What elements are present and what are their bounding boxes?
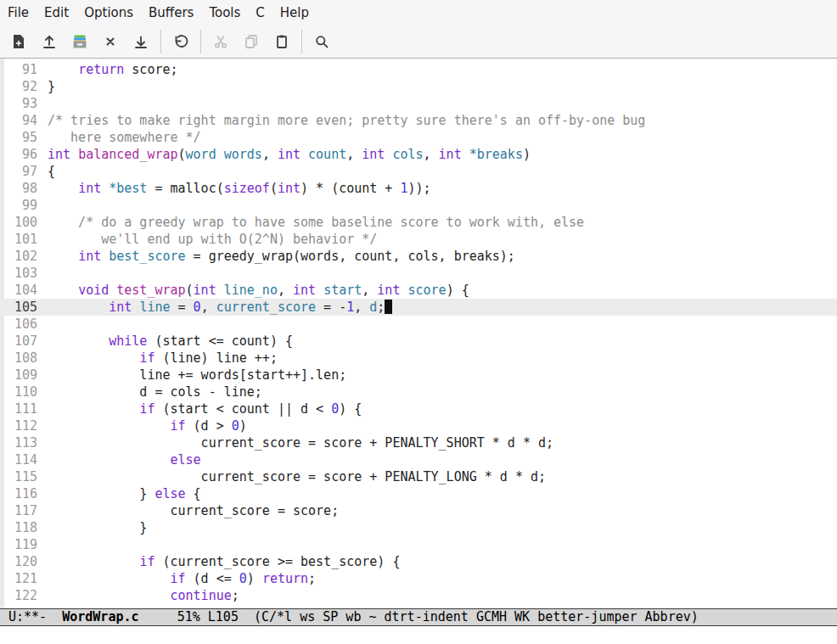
line-number: 103 — [0, 265, 37, 282]
code-line[interactable]: 97{ — [0, 163, 837, 180]
code-line[interactable]: 114 else — [0, 451, 837, 468]
cut-icon — [212, 33, 229, 50]
code-text: void test_wrap(int line_no, int start, i… — [37, 282, 469, 299]
toolbar-separator — [301, 30, 302, 53]
editor-buffer[interactable]: 91 return score;92}9394/* tries to make … — [0, 59, 837, 608]
copy-icon — [243, 33, 260, 50]
code-line[interactable]: 105 int line = 0, current_score = -1, d; — [0, 299, 837, 316]
code-text — [37, 536, 48, 553]
paste-button[interactable] — [267, 29, 297, 54]
code-text: current_score = score + PENALTY_SHORT * … — [37, 434, 553, 451]
code-text: if (d > 0) — [37, 417, 247, 434]
code-line[interactable]: 108 if (line) line ++; — [0, 350, 837, 367]
code-text: continue; — [37, 587, 239, 604]
text-cursor — [385, 300, 392, 314]
code-line[interactable]: 94/* tries to make right margin more eve… — [0, 112, 837, 129]
code-line[interactable]: 100 /* do a greedy wrap to have some bas… — [0, 214, 837, 231]
line-number: 119 — [0, 536, 37, 553]
menu-item-buffers[interactable]: Buffers — [141, 2, 201, 24]
code-text: int balanced_wrap(word words, int count,… — [37, 146, 531, 163]
code-text — [37, 265, 48, 282]
paste-icon — [273, 33, 290, 50]
close-buffer-button[interactable] — [95, 29, 126, 54]
line-number: 95 — [0, 129, 37, 146]
code-line[interactable]: 107 while (start <= count) { — [0, 333, 837, 350]
line-number: 113 — [0, 434, 37, 451]
line-number: 100 — [0, 214, 37, 231]
menu-item-help[interactable]: Help — [272, 2, 317, 24]
menu-item-file[interactable]: File — [0, 2, 37, 24]
code-text: return score; — [37, 61, 178, 78]
cut-button — [205, 29, 236, 54]
code-text: here somewhere */ — [37, 129, 201, 146]
code-text: { — [37, 163, 55, 180]
code-line[interactable]: 101 we'll end up with O(2^N) behavior */ — [0, 231, 837, 248]
undo-icon — [172, 33, 189, 50]
save-buffer-button[interactable] — [126, 29, 156, 54]
undo-button[interactable] — [166, 29, 196, 54]
menu-item-options[interactable]: Options — [76, 2, 141, 24]
code-text: int line = 0, current_score = -1, d; — [37, 299, 392, 316]
code-line[interactable]: 102 int best_score = greedy_wrap(words, … — [0, 248, 837, 265]
code-line[interactable]: 112 if (d > 0) — [0, 417, 837, 434]
code-line[interactable]: 111 if (start < count || d < 0) { — [0, 400, 837, 417]
code-line[interactable]: 104 void test_wrap(int line_no, int star… — [0, 282, 837, 299]
line-number: 108 — [0, 350, 37, 367]
code-line[interactable]: 118 } — [0, 519, 837, 536]
line-number: 104 — [0, 282, 37, 299]
menu-item-c[interactable]: C — [248, 2, 272, 24]
search-button[interactable] — [306, 29, 337, 54]
toolbar-separator — [160, 30, 161, 53]
line-number: 106 — [0, 316, 37, 333]
code-line[interactable]: 93 — [0, 95, 837, 112]
open-file-icon — [41, 33, 58, 50]
line-number: 101 — [0, 231, 37, 248]
line-number: 112 — [0, 417, 37, 434]
code-line[interactable]: 96int balanced_wrap(word words, int coun… — [0, 146, 837, 163]
new-file-button[interactable] — [3, 29, 34, 54]
line-number: 96 — [0, 146, 37, 163]
line-number: 102 — [0, 248, 37, 265]
code-line[interactable]: 119 — [0, 536, 837, 553]
code-text: line += words[start++].len; — [37, 367, 346, 384]
code-line[interactable]: 92} — [0, 78, 837, 95]
code-line[interactable]: 109 line += words[start++].len; — [0, 367, 837, 384]
code-line[interactable]: 110 d = cols - line; — [0, 384, 837, 400]
code-line[interactable]: 99 — [0, 197, 837, 214]
line-number: 97 — [0, 163, 37, 180]
open-file-button[interactable] — [34, 29, 65, 54]
code-text: if (start < count || d < 0) { — [37, 400, 362, 417]
line-number: 114 — [0, 451, 37, 468]
code-line[interactable]: 103 — [0, 265, 837, 282]
menu-item-edit[interactable]: Edit — [37, 2, 76, 24]
dired-button[interactable] — [65, 29, 95, 54]
echo-area[interactable] — [0, 626, 837, 644]
tool-bar — [0, 25, 837, 59]
save-buffer-icon — [132, 33, 149, 50]
line-number: 94 — [0, 112, 37, 129]
line-number: 105 — [0, 299, 37, 316]
code-line[interactable]: 98 int *best = malloc(sizeof(int) * (cou… — [0, 180, 837, 197]
code-line[interactable]: 117 current_score = score; — [0, 502, 837, 519]
code-line[interactable]: 115 current_score = score + PENALTY_LONG… — [0, 468, 837, 485]
code-text — [37, 95, 48, 112]
code-line[interactable]: 116 } else { — [0, 485, 837, 502]
code-line[interactable]: 113 current_score = score + PENALTY_SHOR… — [0, 434, 837, 451]
code-text: if (current_score >= best_score) { — [37, 553, 400, 570]
code-line[interactable]: 122 continue; — [0, 587, 837, 604]
code-text: /* do a greedy wrap to have some baselin… — [37, 214, 584, 231]
code-line[interactable]: 121 if (d <= 0) return; — [0, 570, 837, 587]
line-number: 107 — [0, 333, 37, 350]
code-line[interactable]: 91 return score; — [0, 61, 837, 78]
code-line[interactable]: 120 if (current_score >= best_score) { — [0, 553, 837, 570]
line-number: 122 — [0, 587, 37, 604]
code-text: int *best = malloc(sizeof(int) * (count … — [37, 180, 431, 197]
code-text — [37, 316, 48, 333]
new-file-icon — [10, 33, 27, 50]
code-area[interactable]: 91 return score;92}9394/* tries to make … — [0, 61, 837, 604]
search-icon — [313, 33, 330, 50]
code-line[interactable]: 106 — [0, 316, 837, 333]
code-line[interactable]: 95 here somewhere */ — [0, 129, 837, 146]
menu-item-tools[interactable]: Tools — [201, 2, 248, 24]
line-number: 116 — [0, 485, 37, 502]
